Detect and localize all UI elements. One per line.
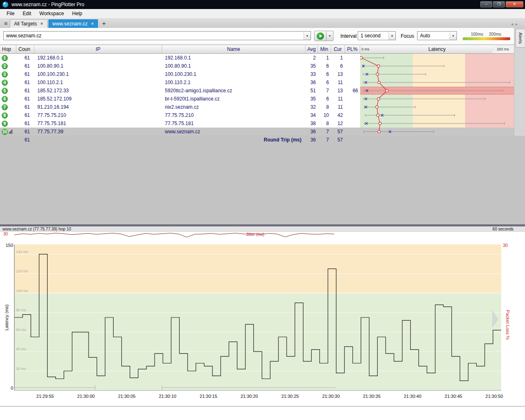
- cell-count: 61: [16, 78, 34, 87]
- menu-file[interactable]: File: [2, 9, 18, 18]
- menu-help[interactable]: Help: [68, 9, 87, 18]
- hamburger-icon[interactable]: ≡: [2, 20, 10, 28]
- cell-ip: 100.80.90.1: [34, 62, 162, 70]
- latency-column-header[interactable]: 0 ms Latency 293 ms: [360, 45, 514, 53]
- column-header-avg[interactable]: Avg: [306, 45, 318, 53]
- column-header-min[interactable]: Min: [318, 45, 331, 53]
- trace-row-hop-3[interactable]: 361100.100.230.1100.100.230.133613: [0, 70, 360, 78]
- trace-row-hop-10[interactable]: 106177.75.77.39www.seznam.cz36757: [0, 128, 360, 136]
- cell-name: 100.110.2.1: [162, 78, 306, 87]
- dropdown-arrow-icon[interactable]: ▼: [450, 32, 457, 40]
- column-header-pl[interactable]: PL%: [345, 45, 360, 53]
- target-combobox[interactable]: www.seznam.cz ▼: [3, 31, 311, 40]
- play-icon: [317, 32, 324, 40]
- trace-row-hop-7[interactable]: 76191.210.16.194nix2.seznam.cz32811: [0, 103, 360, 111]
- cell-pl: [345, 95, 360, 103]
- trace-row-hop-5[interactable]: 561185.52.172.335920ttc2-amigo1.ispallia…: [0, 87, 360, 95]
- cell-cur: 6: [331, 62, 345, 70]
- y-axis-title: Latency (ms): [4, 300, 9, 335]
- scroll-left-icon[interactable]: ◂: [511, 22, 516, 26]
- cell-cur: 11: [331, 95, 345, 103]
- menu-workspace[interactable]: Workspace: [35, 9, 68, 18]
- restore-button[interactable]: ❐: [493, 1, 505, 7]
- jitter-axis-max-label: 30: [3, 232, 8, 236]
- cell-count: 61: [16, 103, 34, 111]
- trace-control: ▼: [314, 31, 333, 41]
- cell-pl: [345, 54, 360, 62]
- cell-avg: 2: [306, 54, 318, 62]
- latency-timeline-chart[interactable]: 140 ms120 ms100 ms80 ms60 ms40 ms20 ms21…: [0, 232, 525, 406]
- close-tab-icon[interactable]: ✕: [91, 22, 94, 26]
- cell-avg: 33: [306, 70, 318, 78]
- hop-number-badge: 4: [2, 80, 8, 86]
- close-tab-icon[interactable]: ✕: [40, 22, 43, 26]
- close-button[interactable]: ✕: [506, 1, 523, 7]
- tab-scroll-arrows[interactable]: ◂▸: [511, 22, 520, 26]
- trace-row-hop-4[interactable]: 461100.110.2.1100.110.2.136611: [0, 78, 360, 87]
- interval-combobox[interactable]: 1 second ▼: [358, 31, 396, 40]
- y-axis-max-label: 150: [3, 243, 13, 248]
- tab-alerts[interactable]: Alerts: [516, 29, 525, 48]
- cell-pl: 66: [345, 87, 360, 95]
- tab-www-seznam-cz[interactable]: www.seznam.cz ✕: [48, 19, 98, 28]
- trace-row-hop-1[interactable]: 161192.168.0.1192.168.0.1211: [0, 54, 360, 62]
- cell-avg: 35: [306, 62, 318, 70]
- restore-icon: ❐: [497, 2, 500, 6]
- dropdown-arrow-icon[interactable]: ▼: [304, 32, 310, 40]
- cell-name: 100.80.90.1: [162, 62, 306, 70]
- cell-pl: [345, 119, 360, 128]
- trace-row-hop-2[interactable]: 261100.80.90.1100.80.90.13566: [0, 62, 360, 70]
- cell-name: 77.75.75.181: [162, 119, 306, 128]
- cell-pl: [345, 62, 360, 70]
- new-tab-button[interactable]: +: [99, 20, 109, 28]
- scroll-right-icon[interactable]: ▸: [516, 22, 520, 26]
- focus-combobox[interactable]: Auto ▼: [417, 31, 457, 40]
- hop-number-badge: 1: [2, 55, 8, 61]
- column-header-name[interactable]: Name: [162, 45, 306, 53]
- column-header-ip[interactable]: IP: [34, 45, 162, 53]
- column-header-cur[interactable]: Cur: [331, 45, 345, 53]
- cell-ip: 77.75.77.39: [34, 128, 162, 136]
- latency-whisker-chart[interactable]: [360, 54, 514, 136]
- trace-options-dropdown[interactable]: ▼: [326, 31, 333, 41]
- svg-text:40 ms: 40 ms: [16, 347, 26, 351]
- menu-edit[interactable]: Edit: [18, 9, 35, 18]
- svg-text:140 ms: 140 ms: [16, 250, 28, 254]
- cell-min: 6: [318, 70, 331, 78]
- cell-ip: 185.52.172.109: [34, 95, 162, 103]
- cell-avg: 36: [306, 78, 318, 87]
- tab-all-targets[interactable]: All Targets ✕: [10, 19, 47, 28]
- trace-row-hop-6[interactable]: 661185.52.172.109br-t-5920t1.ispalliance…: [0, 95, 360, 103]
- window-title: www.seznam.cz - PingPlotter Pro: [11, 2, 84, 7]
- minimize-button[interactable]: –: [480, 1, 492, 7]
- packet-loss-axis-title: Packet Loss %: [505, 306, 510, 343]
- trace-row-hop-8[interactable]: 86177.75.75.21077.75.75.210341042: [0, 111, 360, 119]
- tab-label: All Targets: [14, 21, 37, 27]
- cell-min: 7: [318, 128, 331, 136]
- cell-avg: 36: [306, 128, 318, 136]
- cell-name: nix2.seznam.cz: [162, 103, 306, 111]
- cell-count: 61: [16, 62, 34, 70]
- scale-100ms-label: 100ms: [471, 32, 483, 37]
- column-header-coun[interactable]: Coun: [16, 45, 34, 53]
- interval-label: Interval: [340, 33, 356, 39]
- dropdown-arrow-icon[interactable]: ▼: [388, 32, 395, 40]
- hop-number-badge: 5: [2, 88, 8, 94]
- app-logo-icon: [2, 2, 8, 7]
- cell-min: 8: [318, 103, 331, 111]
- cell-avg: 32: [306, 103, 318, 111]
- cell-ip: 192.168.0.1: [34, 54, 162, 62]
- timeline-resume-arrow-icon[interactable]: [492, 310, 498, 328]
- latency-scale-max-tag: 293 ms: [492, 45, 514, 53]
- start-trace-button[interactable]: [314, 31, 326, 41]
- cell-pl: [345, 103, 360, 111]
- cell-cur: 11: [331, 103, 345, 111]
- svg-text:21:30:45: 21:30:45: [445, 394, 462, 399]
- interval-value: 1 second: [361, 33, 381, 39]
- y-axis-min-label: 0: [7, 386, 13, 390]
- cell-name: 5920ttc2-amigo1.ispalliance.cz: [162, 87, 306, 95]
- graphed-indicator-icon: [9, 130, 12, 134]
- column-header-hop[interactable]: Hop: [0, 45, 16, 53]
- trace-row-hop-9[interactable]: 96177.75.75.18177.75.75.18138812: [0, 119, 360, 128]
- hop-number-badge: 10: [2, 129, 8, 135]
